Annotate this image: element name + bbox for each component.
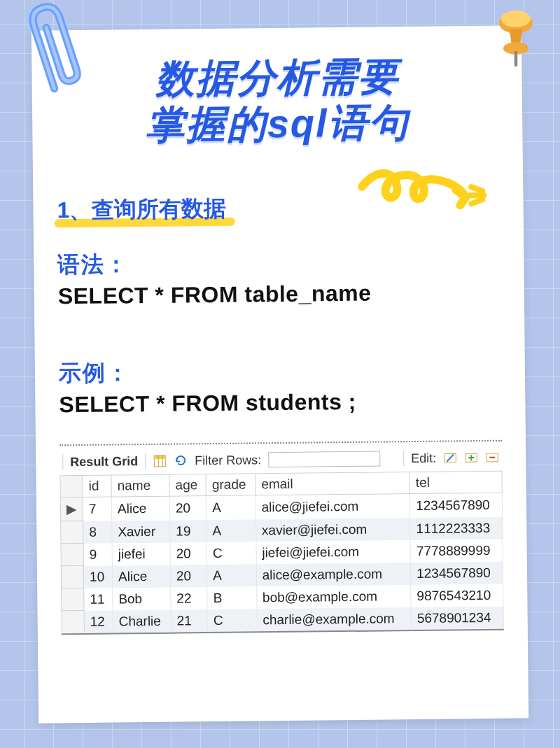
result-grid-label: Result Grid [70, 454, 138, 470]
cell-tel[interactable]: 1234567890 [410, 493, 502, 517]
syntax-label: 语法： [57, 246, 500, 281]
cell-id[interactable]: 9 [83, 543, 112, 565]
cell-age[interactable]: 19 [170, 520, 207, 543]
squiggle-arrow-icon [355, 164, 475, 222]
note-paper: 数据分析需要 掌握的sql语句 1、查询所有数据 语法： SELECT * FR… [31, 25, 528, 723]
cell-tel[interactable]: 1112223333 [410, 516, 503, 539]
result-table: id name age grade email tel ▶7Alice20Aal… [59, 471, 503, 635]
col-id[interactable]: id [83, 475, 111, 497]
filter-rows-input[interactable] [268, 451, 380, 468]
cell-name[interactable]: Alice [111, 496, 169, 521]
cell-id[interactable]: 8 [83, 521, 112, 543]
title-line-2: 掌握的sql语句 [56, 99, 499, 150]
add-row-icon[interactable] [464, 451, 478, 465]
cell-name[interactable]: Charlie [113, 609, 171, 633]
col-grade[interactable]: grade [206, 474, 255, 496]
cell-email[interactable]: jiefei@jiefei.com [256, 540, 411, 564]
svg-point-1 [501, 10, 531, 27]
row-marker [61, 544, 83, 566]
row-marker [61, 566, 83, 588]
page-title: 数据分析需要 掌握的sql语句 [55, 52, 498, 150]
cell-name[interactable]: Xavier [112, 520, 170, 543]
cell-email[interactable]: bob@example.com [256, 585, 411, 609]
accent-lines-icon [467, 180, 498, 211]
row-marker: ▶ [60, 498, 83, 521]
cell-email[interactable]: charlie@example.com [257, 607, 412, 632]
example-label: 示例： [59, 354, 501, 390]
grid-icon[interactable] [153, 454, 167, 468]
cell-grade[interactable]: A [207, 564, 257, 587]
result-grid-panel: Result Grid Filter Rows: Edit: id name a… [59, 440, 504, 635]
cell-tel[interactable]: 5678901234 [411, 606, 503, 630]
svg-rect-4 [154, 456, 165, 459]
row-marker [62, 611, 84, 634]
row-marker [62, 588, 84, 611]
cell-email[interactable]: alice@example.com [256, 563, 411, 586]
section-heading: 1、查询所有数据 [57, 194, 226, 227]
cell-id[interactable]: 7 [83, 497, 111, 521]
table-row[interactable]: 12Charlie21Ccharlie@example.com567890123… [62, 606, 503, 634]
cell-grade[interactable]: B [207, 586, 257, 609]
example-code: SELECT * FROM students ; [59, 388, 501, 418]
cell-email[interactable]: xavier@jiefei.com [255, 518, 410, 542]
cell-id[interactable]: 11 [84, 588, 113, 610]
cell-age[interactable]: 20 [170, 542, 207, 565]
cell-name[interactable]: Bob [113, 587, 171, 610]
col-tel[interactable]: tel [410, 471, 502, 493]
cell-grade[interactable]: A [206, 519, 256, 542]
cell-grade[interactable]: C [207, 609, 257, 633]
delete-row-icon[interactable] [485, 451, 499, 465]
cell-grade[interactable]: A [206, 495, 256, 520]
col-age[interactable]: age [169, 474, 206, 497]
col-name[interactable]: name [111, 474, 169, 497]
cell-age[interactable]: 22 [171, 587, 208, 610]
cell-id[interactable]: 10 [83, 565, 112, 588]
cell-grade[interactable]: C [206, 542, 256, 565]
row-marker [61, 521, 83, 544]
edit-row-icon[interactable] [443, 451, 457, 465]
cell-email[interactable]: alice@jiefei.com [255, 494, 410, 519]
col-email[interactable]: email [255, 472, 410, 495]
refresh-icon[interactable] [174, 454, 188, 468]
cell-tel[interactable]: 7778889999 [410, 539, 503, 562]
cell-age[interactable]: 20 [170, 565, 207, 588]
row-marker-header [60, 476, 83, 498]
cell-name[interactable]: Alice [112, 565, 170, 588]
cell-age[interactable]: 20 [169, 496, 206, 521]
pushpin-icon [484, 4, 547, 67]
filter-rows-label: Filter Rows: [195, 453, 261, 468]
cell-age[interactable]: 21 [171, 609, 208, 633]
title-line-1: 数据分析需要 [55, 52, 498, 104]
cell-id[interactable]: 12 [84, 610, 113, 633]
cell-name[interactable]: jiefei [112, 542, 170, 565]
cell-tel[interactable]: 1234567890 [410, 561, 503, 584]
paperclip-icon [4, 0, 106, 118]
cell-tel[interactable]: 9876543210 [411, 584, 503, 607]
edit-label: Edit: [411, 451, 436, 465]
